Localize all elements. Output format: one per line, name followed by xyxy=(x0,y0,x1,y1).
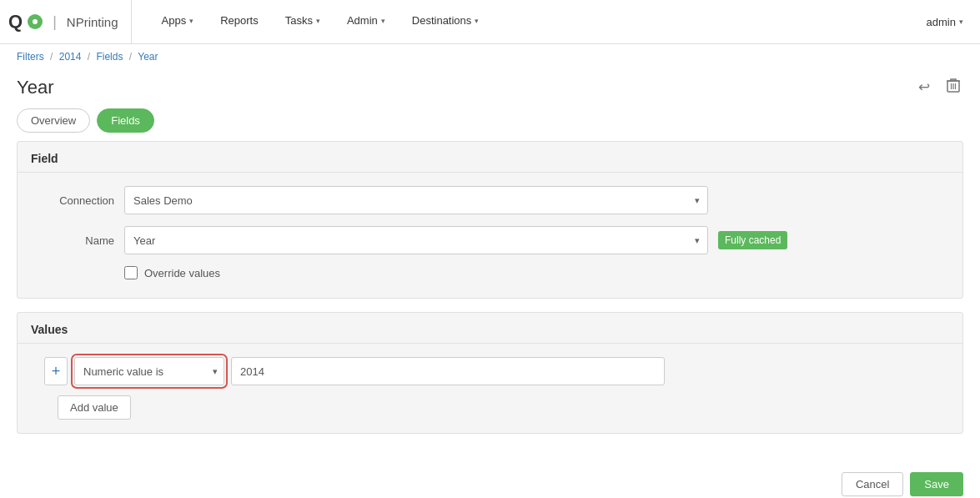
values-section-title: Values xyxy=(18,313,962,344)
nav-tasks-label: Tasks xyxy=(285,14,313,27)
breadcrumb-sep-2: / xyxy=(88,51,90,63)
delete-button[interactable] xyxy=(943,74,963,100)
qlik-circle-icon xyxy=(28,14,43,29)
user-menu[interactable]: admin ▾ xyxy=(918,16,972,28)
header-actions: ↩ xyxy=(915,74,963,100)
nav-item-destinations[interactable]: Destinations ▾ xyxy=(399,0,493,43)
tasks-dropdown-arrow: ▾ xyxy=(316,17,320,25)
value-input[interactable] xyxy=(231,357,665,385)
back-button[interactable]: ↩ xyxy=(915,75,933,99)
breadcrumb-fields[interactable]: Fields xyxy=(96,51,123,63)
add-value-button[interactable]: Add value xyxy=(58,395,131,420)
plus-icon: + xyxy=(52,363,61,380)
connection-label: Connection xyxy=(31,194,114,207)
main-content: Field Connection Sales Demo ▾ Name Year xyxy=(0,141,980,464)
name-select[interactable]: Year xyxy=(124,226,708,254)
nav-item-reports[interactable]: Reports xyxy=(207,0,272,43)
nav-menu: Apps ▾ Reports Tasks ▾ Admin ▾ Destinati… xyxy=(148,0,918,43)
save-button[interactable]: Save xyxy=(910,472,963,496)
nav-admin-label: Admin xyxy=(347,14,378,27)
override-row: Override values xyxy=(124,266,949,279)
nav-item-tasks[interactable]: Tasks ▾ xyxy=(272,0,334,43)
tab-overview[interactable]: Overview xyxy=(17,108,90,133)
brand-logo: Q | NPrinting xyxy=(8,0,132,43)
connection-select-wrapper: Sales Demo ▾ xyxy=(124,186,708,214)
brand-name: NPrinting xyxy=(67,15,118,29)
cancel-button[interactable]: Cancel xyxy=(842,472,903,496)
tabs-container: Overview Fields xyxy=(0,108,980,141)
field-section: Field Connection Sales Demo ▾ Name Year xyxy=(17,141,963,299)
breadcrumb-filters[interactable]: Filters xyxy=(17,51,44,63)
connection-select[interactable]: Sales Demo xyxy=(124,186,708,214)
name-row: Name Year ▾ Fully cached xyxy=(31,226,949,254)
qlik-logo: Q | NPrinting xyxy=(8,11,118,33)
values-section-body: + Numeric value is Numeric value is not … xyxy=(18,344,962,433)
nav-item-admin[interactable]: Admin ▾ xyxy=(334,0,399,43)
brand-separator: | xyxy=(53,13,57,31)
page-header: Year ↩ xyxy=(0,69,980,108)
apps-dropdown-arrow: ▾ xyxy=(189,17,193,25)
override-checkbox[interactable] xyxy=(124,266,138,279)
values-section: Values + Numeric value is Numeric value … xyxy=(17,312,963,434)
qlik-q-letter: Q xyxy=(8,11,23,33)
add-value-row: Add value xyxy=(44,395,949,420)
value-type-select[interactable]: Numeric value is Numeric value is not St… xyxy=(74,357,224,385)
breadcrumb-sep-3: / xyxy=(129,51,132,63)
connection-row: Connection Sales Demo ▾ xyxy=(31,186,949,214)
name-label: Name xyxy=(31,234,114,247)
nav-destinations-label: Destinations xyxy=(412,14,472,27)
nav-apps-label: Apps xyxy=(162,14,187,27)
breadcrumb: Filters / 2014 / Fields / Year xyxy=(0,44,980,69)
admin-dropdown-arrow: ▾ xyxy=(381,17,385,25)
breadcrumb-current: Year xyxy=(138,51,158,63)
destinations-dropdown-arrow: ▾ xyxy=(475,17,479,25)
field-section-title: Field xyxy=(18,142,962,173)
navbar: Q | NPrinting Apps ▾ Reports Tasks ▾ Adm… xyxy=(0,0,980,44)
name-select-wrapper: Year ▾ xyxy=(124,226,708,254)
cached-badge: Fully cached xyxy=(718,231,787,249)
field-section-body: Connection Sales Demo ▾ Name Year ▾ Fu xyxy=(18,173,962,298)
override-label[interactable]: Override values xyxy=(144,267,220,279)
page-title: Year xyxy=(17,77,53,98)
user-label: admin xyxy=(927,16,956,28)
breadcrumb-sep-1: / xyxy=(50,51,53,63)
footer-actions: Cancel Save xyxy=(0,464,980,498)
tab-fields[interactable]: Fields xyxy=(97,108,154,133)
add-plus-button[interactable]: + xyxy=(44,357,68,385)
breadcrumb-2014[interactable]: 2014 xyxy=(59,51,82,63)
value-type-wrapper: Numeric value is Numeric value is not St… xyxy=(74,357,224,385)
value-row: + Numeric value is Numeric value is not … xyxy=(44,357,949,385)
nav-reports-label: Reports xyxy=(220,14,259,27)
nav-item-apps[interactable]: Apps ▾ xyxy=(148,0,208,43)
user-dropdown-arrow: ▾ xyxy=(959,18,963,26)
